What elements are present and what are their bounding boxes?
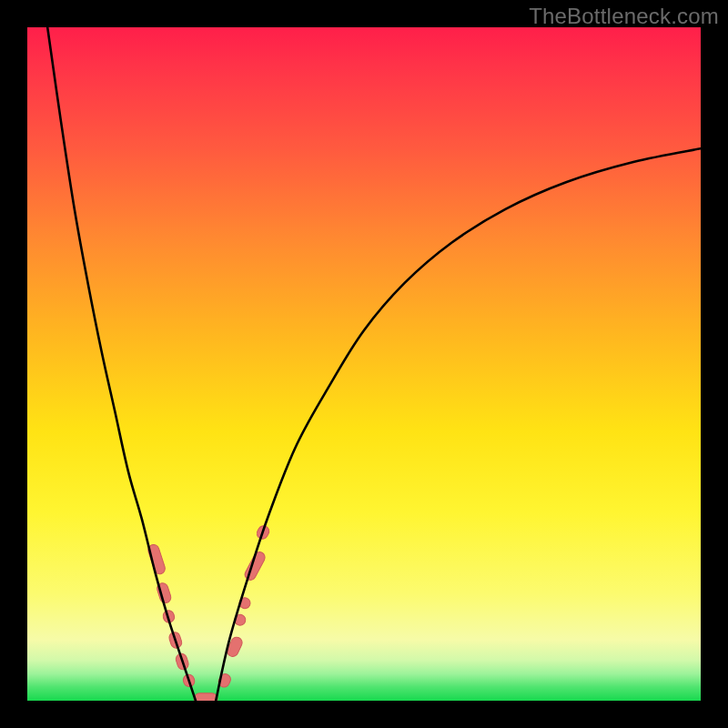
curve-right: [216, 148, 701, 701]
chart-svg: [27, 27, 701, 701]
outer-frame: TheBottleneck.com: [0, 0, 728, 728]
data-marker: [194, 693, 217, 701]
plot-area: [27, 27, 701, 701]
watermark-text: TheBottleneck.com: [529, 4, 719, 29]
curve-left: [47, 27, 196, 701]
